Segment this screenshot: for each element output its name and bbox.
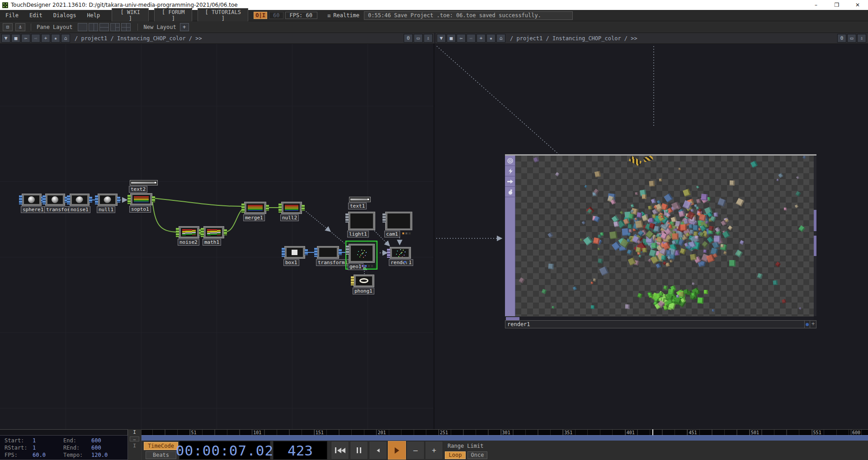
output-connector[interactable]	[224, 229, 227, 235]
input-connector[interactable]	[382, 213, 386, 223]
maximize-button[interactable]: ❐	[826, 0, 847, 10]
input-connector[interactable]	[241, 204, 245, 213]
flag[interactable]	[405, 232, 408, 235]
arrow-right-icon[interactable]	[505, 176, 515, 187]
node-render1[interactable]	[390, 247, 411, 259]
flag[interactable]	[368, 265, 370, 267]
layout-split-vertical-button[interactable]	[89, 23, 98, 31]
node-transform1[interactable]	[317, 246, 339, 259]
scroll-thumb[interactable]	[814, 236, 816, 256]
info-value[interactable]: 1	[33, 444, 63, 451]
drop-down-pane-icon[interactable]: ⇩	[857, 34, 866, 43]
viewer-vscrollbar[interactable]	[814, 156, 816, 316]
window-icon[interactable]: ▭	[414, 34, 423, 43]
realtime-checkbox[interactable]: ☒	[327, 12, 330, 19]
timeline-options-button[interactable]: …	[130, 436, 139, 441]
bookmark-pane-icon[interactable]: ⊡	[3, 23, 13, 31]
info-value[interactable]: 60.0	[33, 451, 63, 459]
input-connector[interactable]	[67, 195, 70, 204]
input-connector[interactable]	[42, 195, 46, 204]
node-light1[interactable]	[348, 212, 375, 230]
home-icon[interactable]: ⌂	[496, 34, 505, 43]
timeline-range-bar[interactable]	[127, 435, 868, 441]
scroll-thumb[interactable]	[506, 317, 519, 320]
network-editor-pane[interactable]: sphere1transformnoise1null1text2sopto1no…	[0, 44, 434, 429]
step-forward-frame-button[interactable]: +	[425, 441, 443, 460]
node-text1[interactable]	[349, 197, 371, 202]
flag[interactable]	[402, 232, 405, 235]
info-value[interactable]: 600	[91, 437, 122, 444]
frame-display[interactable]: 423	[273, 441, 327, 460]
breadcrumb[interactable]: / project1 / Instancing_CHOP_color / >>	[75, 35, 202, 42]
node-phong1[interactable]	[354, 275, 374, 287]
input-connector[interactable]	[387, 249, 390, 258]
forward-arrow-icon[interactable]: ⇨	[31, 34, 40, 43]
pane-type-dropdown-icon[interactable]: ▼	[1, 34, 10, 43]
node-null2[interactable]	[281, 202, 302, 214]
layout-single-button[interactable]	[78, 23, 87, 31]
wiki-button[interactable]: [ WIKI ]	[112, 8, 149, 23]
output-connector[interactable]	[305, 249, 308, 255]
drop-down-pane-icon[interactable]: ⇩	[424, 34, 433, 43]
scroll-thumb[interactable]	[814, 210, 816, 231]
anchor-icon[interactable]: ⚓	[15, 23, 25, 31]
back-arrow-icon[interactable]: ⇦	[457, 34, 466, 43]
node-box1[interactable]	[284, 246, 305, 259]
timeline-settings-panel[interactable]: Start:1End:600RStart:1REnd:600FPS:60.0Te…	[0, 435, 128, 460]
timeline-ruler[interactable]: 151101151201251301351401451501551600	[127, 429, 868, 435]
node-sopto1[interactable]	[130, 193, 152, 205]
node-geo1[interactable]	[349, 244, 375, 263]
once-button[interactable]: Once	[467, 451, 487, 459]
zero-button[interactable]: 0	[837, 34, 846, 43]
stop-icon[interactable]: ■	[447, 34, 456, 43]
input-connector[interactable]	[346, 246, 349, 255]
node-sphere1[interactable]	[22, 194, 42, 206]
flag[interactable]	[408, 232, 411, 235]
node-noise2[interactable]	[179, 226, 199, 238]
layout-quad-button[interactable]	[121, 23, 131, 31]
timecode-mode-button[interactable]: TimeCode	[144, 442, 178, 450]
timeline-splitter[interactable]: I … I	[128, 429, 142, 460]
forum-button[interactable]: [ FORUM ]	[154, 8, 192, 23]
minimize-button[interactable]: –	[806, 0, 826, 10]
node-cam1[interactable]	[385, 212, 412, 230]
play-button[interactable]	[388, 441, 406, 460]
bookmark-star-icon[interactable]: ★	[51, 34, 60, 43]
output-connector[interactable]	[89, 197, 92, 203]
beats-mode-button[interactable]: Beats	[146, 451, 176, 459]
grab-pan-icon[interactable]	[505, 187, 515, 197]
jump-to-start-button[interactable]	[331, 441, 349, 460]
node-math1[interactable]	[203, 226, 224, 238]
flag[interactable]	[407, 261, 410, 263]
home-icon[interactable]: ⌂	[61, 34, 70, 43]
menu-edit[interactable]: Edit	[24, 12, 48, 19]
layout-three-pane-button[interactable]	[110, 23, 120, 31]
input-connector[interactable]	[278, 204, 282, 213]
step-back-button[interactable]	[369, 441, 387, 460]
node-noise1[interactable]	[70, 194, 90, 206]
close-button[interactable]: ✕	[847, 0, 868, 10]
info-value[interactable]: 1	[33, 437, 63, 444]
back-arrow-icon[interactable]: ⇦	[21, 34, 30, 43]
menu-file[interactable]: File	[0, 12, 24, 19]
network-viewer-pane[interactable]: render1 +	[435, 44, 868, 429]
info-value[interactable]: 120.0	[91, 451, 122, 459]
breadcrumb[interactable]: / project1 / Instancing_CHOP_color / >>	[510, 35, 637, 42]
menu-dialogs[interactable]: Dialogs	[48, 12, 82, 19]
flag[interactable]	[371, 265, 373, 267]
tutorials-button[interactable]: [ TUTORIALS ]	[198, 8, 248, 23]
viewer-hscrollbar[interactable]	[505, 316, 814, 320]
node-merge1[interactable]	[244, 202, 266, 214]
node-flags[interactable]	[361, 265, 373, 267]
output-connector[interactable]	[266, 205, 269, 211]
oi-toggle[interactable]: O|I	[254, 12, 267, 19]
input-connector[interactable]	[127, 195, 131, 204]
render1-node-viewer[interactable]: render1 +	[505, 154, 816, 328]
input-connector[interactable]	[345, 213, 349, 223]
input-connector[interactable]	[95, 195, 98, 204]
input-connector[interactable]	[282, 248, 285, 257]
lightning-icon[interactable]	[505, 166, 515, 176]
add-icon[interactable]: +	[41, 34, 50, 43]
node-flags[interactable]	[402, 232, 411, 235]
window-icon[interactable]: ▭	[847, 34, 856, 43]
